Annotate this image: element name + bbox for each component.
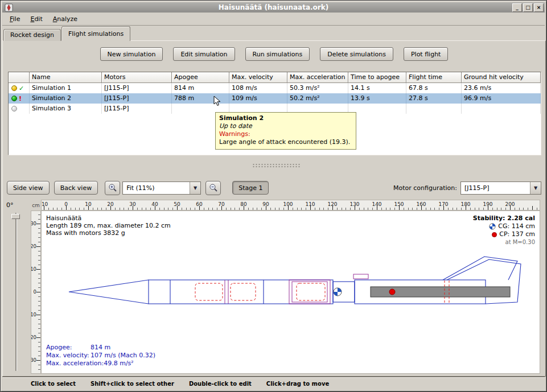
cell: 50.2 m/s² [287, 93, 348, 104]
tab-flight-simulations[interactable]: Flight simulations [61, 26, 130, 41]
flight-stat-value: 49.8 m/s² [104, 360, 134, 367]
column-header-motors[interactable]: Motors [102, 72, 172, 83]
rocket-info-line: Length 189 cm, max. diameter 10.2 cm [46, 222, 171, 229]
ruler-tick [142, 208, 142, 210]
ruler-label: 30 [31, 357, 36, 363]
ruler-tick [36, 315, 40, 315]
menu-edit[interactable]: Edit [25, 13, 47, 25]
zoom-in-button[interactable] [105, 181, 120, 195]
split-pane-divider[interactable] [252, 163, 300, 167]
back-view-button[interactable]: Back view [54, 181, 98, 195]
ruler-tick [417, 208, 417, 210]
stage-1-toggle[interactable]: Stage 1 [232, 181, 269, 195]
ruler-tick [36, 292, 40, 292]
tooltip-status: Up to date [219, 122, 352, 130]
ruler-tick [350, 208, 351, 210]
rotation-slider[interactable] [10, 213, 22, 371]
column-header-status[interactable] [9, 72, 30, 83]
zoom-in-icon [108, 183, 117, 192]
ruler-tick [172, 208, 173, 210]
ruler-tick [386, 208, 386, 210]
cell: 108 m/s [229, 83, 287, 93]
title-bar[interactable]: Haisunäätä (haisunaata.ork) _ □ × [2, 2, 545, 13]
ruler-tick [359, 208, 360, 210]
cg-value: CG: 114 cm [498, 222, 535, 230]
ruler-tick [36, 337, 40, 338]
cell: 13.9 s [348, 93, 406, 104]
ruler-tick [38, 310, 40, 311]
ruler-tick [61, 208, 62, 210]
cell: 50.3 m/s² [287, 83, 348, 93]
table-row[interactable]: !Simulation 2[J115-P]788 m109 m/s50.2 m/… [9, 93, 541, 104]
menu-bar: FileEditAnalyze [2, 13, 545, 26]
close-button[interactable]: × [534, 3, 544, 12]
column-header-time-to-apogee[interactable]: Time to apogee [348, 72, 406, 83]
ruler-tick [36, 360, 40, 361]
side-view-button[interactable]: Side view [7, 181, 50, 195]
ruler-tick [38, 319, 40, 320]
menu-analyze[interactable]: Analyze [48, 13, 83, 25]
ruler-label: 70 [218, 201, 224, 207]
ruler-tick [390, 208, 390, 210]
column-header-flight-time[interactable]: Flight time [406, 72, 462, 83]
ruler-tick [257, 208, 257, 210]
zoom-out-button[interactable] [205, 181, 221, 195]
ruler-tick [372, 208, 373, 210]
ruler-tick [204, 208, 204, 210]
window-title: Haisunäätä (haisunaata.ork) [2, 3, 545, 11]
cell: [J115-P] [102, 83, 172, 93]
flight-stats: Apogee:814 mMax. velocity:107 m/s (Mach … [46, 344, 155, 368]
menu-file[interactable]: File [5, 13, 25, 25]
cp-value: CP: 137 cm [499, 230, 535, 238]
cell: 67.8 s [406, 83, 462, 93]
ruler-tick [439, 208, 439, 210]
ruler-tick [306, 208, 306, 210]
delete-simulations-button[interactable]: Delete simulations [320, 47, 393, 61]
motor-configuration-select[interactable]: [J115-P] ▼ [460, 181, 541, 195]
ruler-tick [38, 328, 40, 329]
tab-rocket-design[interactable]: Rocket design [3, 29, 61, 41]
column-header-max-acceleration[interactable]: Max. acceleration [287, 72, 348, 83]
ruler-tick [137, 208, 138, 210]
minimize-button[interactable]: _ [512, 3, 522, 12]
ruler-label: 160 [416, 201, 426, 207]
column-header-name[interactable]: Name [30, 72, 102, 83]
column-header-max-velocity[interactable]: Max. velocity [229, 72, 287, 83]
ruler-tick [38, 365, 40, 365]
ruler-tick [492, 208, 493, 210]
cell [406, 104, 462, 114]
hint-text: Click+drag to move [266, 381, 329, 387]
flight-stat-value: 814 m [91, 344, 110, 351]
status-ball-icon [11, 106, 17, 112]
rotation-slider-handle[interactable] [11, 214, 20, 219]
ruler-tick [497, 208, 497, 210]
ruler-tick [38, 242, 40, 242]
plot-flight-button[interactable]: Plot flight [404, 47, 448, 61]
run-simulations-button[interactable]: Run simulations [245, 47, 310, 61]
table-row[interactable]: ✓Simulation 1[J115-P]814 m108 m/s50.3 m/… [9, 83, 541, 93]
ruler-tick [38, 233, 40, 233]
column-header-ground-hit-velocity[interactable]: Ground hit velocity [462, 72, 541, 83]
ruler-tick [48, 208, 49, 210]
maximize-button[interactable]: □ [523, 3, 533, 12]
edit-simulation-button[interactable]: Edit simulation [173, 47, 235, 61]
cell: 814 m [172, 83, 229, 93]
status-cell [9, 104, 30, 114]
view-toolbar: Side view Back view Fit (11%) ▼ Stage 1 … [6, 179, 542, 196]
ruler-tick [261, 208, 262, 210]
ruler-unit-label: cm [31, 200, 41, 211]
ruler-tick [226, 208, 227, 210]
ruler-label: 50 [174, 201, 180, 207]
zoom-select[interactable]: Fit (11%) ▼ [122, 181, 201, 195]
ruler-tick [75, 208, 76, 210]
column-header-apogee[interactable]: Apogee [172, 72, 229, 83]
new-simulation-button[interactable]: New simulation [100, 47, 163, 61]
cg-marker [334, 288, 342, 296]
ruler-tick [115, 208, 116, 210]
ruler-tick [217, 208, 217, 210]
ruler-tick [404, 208, 404, 210]
rocket-components [225, 274, 368, 304]
ruler-tick [483, 208, 484, 210]
rocket-canvas[interactable]: HaisunäätäLength 189 cm, max. diameter 1… [41, 211, 540, 374]
flight-stat-label: Max. velocity: [46, 352, 91, 360]
